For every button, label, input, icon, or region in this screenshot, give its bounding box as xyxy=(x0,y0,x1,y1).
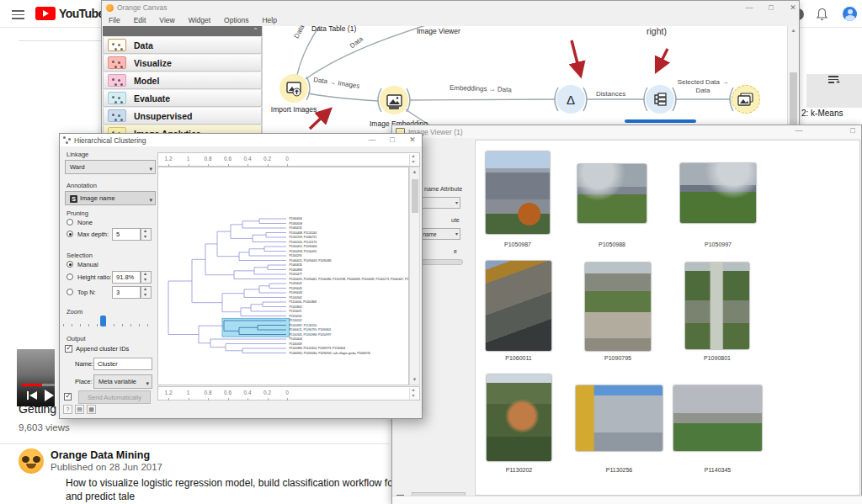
sidebar-category-data[interactable]: Data xyxy=(103,37,262,54)
image-embedding-node[interactable] xyxy=(380,86,408,114)
report-icon[interactable]: ▤ xyxy=(75,405,84,414)
video-progress-track[interactable] xyxy=(22,384,55,386)
dendrogram-leaf-label[interactable]: P1060008 xyxy=(290,222,303,225)
dendrogram-leaf-label[interactable]: P1130202 xyxy=(290,319,302,322)
menu-item-widget[interactable]: Widget xyxy=(182,14,217,24)
annotation-dropdown[interactable]: SImage name xyxy=(65,191,156,205)
zoom-slider-handle[interactable] xyxy=(100,316,106,326)
place-dropdown[interactable]: Meta variable xyxy=(93,374,152,389)
help-button[interactable]: ? xyxy=(63,405,72,414)
linkage-dropdown[interactable]: Ward xyxy=(65,160,156,174)
dendrogram-leaf-label[interactable]: P1050105, P1120174 xyxy=(290,241,317,244)
height-ratio-stepper[interactable] xyxy=(141,271,152,284)
photo-thumbnail-5[interactable] xyxy=(584,262,652,352)
axis-stepper-top[interactable] xyxy=(409,154,418,166)
dendrogram-leaf-label[interactable]: P1140342 xyxy=(290,296,302,300)
dendrogram-leaf-label[interactable]: P1090041 xyxy=(290,282,303,285)
max-depth-input[interactable]: 5 xyxy=(112,228,141,241)
sidebar-category-evaluate[interactable]: Evaluate xyxy=(103,90,262,107)
dendrogram-scrollbar[interactable]: ▲ ▼ xyxy=(409,167,420,385)
scrollbar-thumb[interactable] xyxy=(790,72,797,125)
import-images-node[interactable] xyxy=(279,74,308,103)
dendrogram-leaf-label[interactable]: P1110202 xyxy=(290,315,302,318)
dendrogram-leaf-label[interactable]: P1060635 xyxy=(290,263,303,267)
top-n-radio[interactable] xyxy=(67,289,73,295)
playlist-add-icon[interactable]: + xyxy=(828,76,840,86)
channel-avatar[interactable] xyxy=(19,448,44,474)
iv-minimize-button[interactable]: — xyxy=(791,125,806,135)
height-ratio-input[interactable]: 91.8% xyxy=(112,271,141,284)
iv-maximize-button[interactable]: □ xyxy=(845,125,860,135)
hamburger-menu-icon[interactable] xyxy=(12,10,24,19)
dendrogram-leaf-label[interactable]: P1090043 xyxy=(290,291,303,294)
dendrogram-leaf-label[interactable]: P1140349 xyxy=(290,342,302,346)
sidebar-category-model[interactable]: Model xyxy=(103,72,262,89)
play-button[interactable] xyxy=(45,390,54,401)
menu-item-view[interactable]: View xyxy=(152,14,181,24)
menu-item-options[interactable]: Options xyxy=(217,14,255,24)
close-button[interactable]: ✕ xyxy=(785,3,801,13)
dendrogram-leaf-label[interactable]: P1050091, P1090461, P1100480, P1110768, … xyxy=(290,278,409,281)
menu-item-file[interactable]: File xyxy=(102,14,127,24)
photo-thumbnail-3[interactable] xyxy=(679,162,757,224)
user-avatar[interactable] xyxy=(843,7,857,21)
dendrogram-leaf-label[interactable]: P1050468, P1120244 xyxy=(290,231,317,235)
dendrogram-leaf-label[interactable]: P1090045 xyxy=(290,287,303,290)
hc-minimize-button[interactable]: — xyxy=(364,135,380,145)
dendrogram-leaf-label[interactable]: P1060962, P1090340, P1090903, sub villag… xyxy=(290,352,370,355)
dendro-scroll-up-icon[interactable]: ▲ xyxy=(410,167,419,177)
hc-close-button[interactable]: ✕ xyxy=(405,135,420,145)
menu-item-help[interactable]: Help xyxy=(255,14,283,24)
hierarchical-clustering-node[interactable] xyxy=(646,85,674,114)
video-player[interactable] xyxy=(17,349,55,406)
menu-item-edit[interactable]: Edit xyxy=(127,14,153,24)
dendrogram-leaf-label[interactable]: P1100295 xyxy=(290,254,302,257)
dendrogram-leaf-label[interactable]: P1060011, P1090795, P1090801 xyxy=(290,328,332,332)
dendrogram-leaf-label[interactable]: P1050458, P1100410 xyxy=(290,250,317,253)
photo-thumbnail-6[interactable] xyxy=(684,262,750,350)
dendrogram-leaf-label[interactable]: P1060064 xyxy=(290,217,303,220)
dendrogram-leaf-label[interactable]: P1050987, P1130256 xyxy=(290,324,317,327)
cluster-name-input[interactable]: Cluster xyxy=(93,358,152,370)
scroll-up-icon[interactable]: ▲ xyxy=(788,26,799,35)
save-graph-icon[interactable]: ▦ xyxy=(87,405,96,414)
dendrogram-leaf-label[interactable]: P1110021 xyxy=(290,310,302,313)
hc-maximize-button[interactable]: □ xyxy=(385,135,400,145)
dendro-scrollbar-thumb[interactable] xyxy=(412,179,418,213)
photo-thumbnail-1[interactable] xyxy=(485,151,551,235)
channel-name[interactable]: Orange Data Mining xyxy=(51,449,150,461)
dendrogram-leaf-label[interactable]: P1060051, P1090643, P1090485 xyxy=(290,259,332,263)
notifications-bell-icon[interactable] xyxy=(816,8,828,24)
dendro-scroll-down-icon[interactable]: ▼ xyxy=(410,375,419,385)
dendrogram-leaf-label[interactable]: P1060031 xyxy=(290,226,303,230)
dendrogram-leaf-label[interactable]: P1020841 xyxy=(290,305,303,309)
previous-video-button[interactable] xyxy=(27,390,37,401)
height-ratio-radio[interactable] xyxy=(67,273,73,280)
collapse-icon[interactable]: ⌃ xyxy=(253,27,258,34)
dendrogram-leaf-label[interactable]: P1110005, P1050868 xyxy=(290,300,317,304)
send-automatically-button[interactable]: Send Automatically xyxy=(78,390,151,404)
dendrogram-leaf-label[interactable]: P1100383, P1120424, P1090973, P1130404 xyxy=(290,347,346,350)
append-cluster-ids-checkbox[interactable] xyxy=(65,345,72,353)
dendrogram-leaf-label[interactable]: P1050709, P1060711 xyxy=(290,236,317,239)
photo-thumbnail-9[interactable] xyxy=(673,385,763,452)
distances-node[interactable]: Δ xyxy=(556,85,585,114)
playlist-item-title[interactable]: 2: k-Means xyxy=(801,109,843,118)
sidebar-category-unsupervised[interactable]: Unsupervised xyxy=(103,108,262,125)
sidebar-toolbar[interactable]: ⌃ xyxy=(103,26,262,36)
zoom-slider[interactable] xyxy=(63,316,152,327)
max-depth-stepper[interactable] xyxy=(141,228,152,241)
top-n-input[interactable]: 3 xyxy=(112,286,141,299)
maximize-button[interactable]: □ xyxy=(764,3,779,13)
sidebar-category-visualize[interactable]: Visualize xyxy=(103,55,262,72)
top-n-stepper[interactable] xyxy=(141,286,152,299)
max-depth-radio[interactable] xyxy=(67,231,73,237)
dendrogram-leaf-label[interactable]: P1050477 xyxy=(290,273,303,276)
photo-thumbnail-2[interactable] xyxy=(577,163,647,224)
minimize-button[interactable]: — xyxy=(742,3,757,13)
axis-stepper-bottom[interactable] xyxy=(409,388,418,400)
dendrogram-leaf-label[interactable]: P1060883 xyxy=(290,268,303,272)
hc-title-bar[interactable]: Hierarchical Clustering — □ ✕ xyxy=(60,134,422,146)
dendrogram-leaf-label[interactable]: P1050444 xyxy=(290,337,303,341)
photo-thumbnail-7[interactable] xyxy=(486,374,552,462)
